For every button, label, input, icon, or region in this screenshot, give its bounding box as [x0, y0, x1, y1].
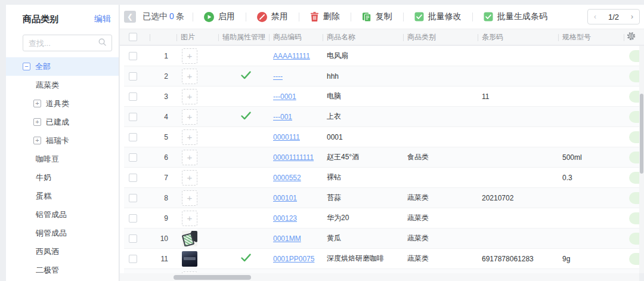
trash-icon: [310, 12, 319, 21]
product-image[interactable]: +: [182, 129, 197, 145]
row-number: 2: [150, 66, 177, 86]
sidebar-tree-item[interactable]: 铜管成品: [6, 224, 119, 242]
product-category: 蔬菜类: [403, 228, 478, 248]
product-barcode: 11: [478, 87, 558, 106]
expander-icon[interactable]: +: [33, 100, 41, 107]
product-code-link[interactable]: 0001MM: [273, 234, 301, 243]
product-barcode: [478, 46, 558, 66]
sidebar-tree-item[interactable]: 蔬菜类: [6, 76, 119, 94]
toolbar: ❮ 已选中0条 启用 禁用 删除 复制 批量修改 批量: [120, 5, 644, 29]
sidebar-tree-item[interactable]: 铝管成品: [6, 205, 119, 224]
sidebar-tree-item[interactable]: 二极管: [6, 261, 119, 279]
row-checkbox[interactable]: [129, 234, 137, 243]
disable-icon: [257, 12, 267, 22]
product-code-link[interactable]: 0000111: [273, 133, 300, 141]
product-image[interactable]: +: [182, 150, 197, 165]
row-checkbox[interactable]: [129, 133, 137, 141]
product-code-link[interactable]: 000101: [273, 194, 297, 202]
batch-edit-button[interactable]: 批量修改: [412, 11, 464, 22]
tree-item-label: 蛋糕: [36, 191, 51, 202]
product-image[interactable]: +: [182, 231, 197, 246]
table-row: 6 + 00001111111 赵王45°酒 食品类 500ml: [124, 147, 644, 168]
horizontal-scrollbar-thumb[interactable]: [174, 275, 251, 280]
toolbar-divider: [351, 13, 351, 21]
row-checkbox[interactable]: [129, 72, 137, 81]
product-category: [403, 46, 478, 66]
product-image[interactable]: +: [182, 89, 197, 104]
sidebar-tree-item[interactable]: 西凤酒: [6, 242, 119, 261]
sidebar-tree-item[interactable]: + 已建成: [6, 113, 119, 131]
row-checkbox[interactable]: [129, 113, 137, 121]
product-name: hhh: [323, 66, 403, 86]
row-checkbox[interactable]: [129, 92, 137, 101]
sidebar-tree-item[interactable]: 咖啡豆: [6, 150, 119, 168]
sidebar-tree-item[interactable]: + 道具类: [6, 94, 119, 113]
product-category: [403, 66, 478, 86]
row-checkbox[interactable]: [129, 52, 137, 60]
row-number: [150, 269, 177, 273]
sidebar-tree-item[interactable]: − 全部: [6, 57, 119, 76]
product-category: [403, 107, 478, 126]
collapse-sidebar-button[interactable]: ❮: [124, 11, 136, 23]
product-code-link[interactable]: 000123: [273, 214, 297, 223]
column-aux-attr: 辅助属性管理: [218, 29, 269, 45]
add-image-icon: +: [187, 91, 193, 101]
product-barcode: 20210702: [478, 188, 558, 208]
table-header: 图片 辅助属性管理 商品编码 商品名称 商品类别 条形码 规格型号 ⋮: [120, 29, 644, 45]
vertical-scrollbar-thumb[interactable]: [640, 94, 643, 174]
enable-button[interactable]: 启用: [202, 11, 237, 22]
product-spec: [558, 269, 624, 273]
delete-button[interactable]: 删除: [308, 11, 342, 22]
tree-item-label: 西凤酒: [36, 246, 59, 257]
product-image[interactable]: +: [182, 251, 197, 267]
product-code-link[interactable]: 0001PP0075: [273, 255, 314, 263]
row-number: 1: [150, 46, 177, 66]
product-code-link[interactable]: ---0001: [273, 92, 296, 101]
expander-icon[interactable]: +: [33, 118, 41, 126]
product-code-link[interactable]: 00001111111: [273, 153, 314, 162]
toolbar-divider: [403, 13, 404, 21]
category-search-input[interactable]: [23, 39, 98, 48]
product-image[interactable]: +: [182, 69, 197, 84]
product-barcode: [478, 269, 558, 273]
row-checkbox[interactable]: [129, 194, 137, 202]
product-image[interactable]: +: [182, 48, 197, 64]
product-image[interactable]: +: [182, 190, 197, 206]
horizontal-scrollbar-track[interactable]: [120, 273, 639, 281]
table-row: 5 + 0000111 0001: [124, 127, 644, 147]
row-number: 9: [150, 208, 177, 228]
product-barcode: [478, 66, 558, 86]
tree-item-label: 道具类: [46, 98, 69, 109]
product-code-link[interactable]: ---001: [273, 113, 292, 121]
vertical-scrollbar-track[interactable]: [639, 46, 644, 273]
copy-button[interactable]: 复制: [360, 11, 395, 22]
category-search-box[interactable]: [23, 35, 112, 51]
row-checkbox[interactable]: [129, 255, 137, 263]
expander-icon[interactable]: +: [33, 137, 41, 144]
sidebar-tree-item[interactable]: 牛奶: [6, 168, 119, 187]
select-all-checkbox[interactable]: [129, 33, 137, 41]
edit-categories-link[interactable]: 编辑: [94, 14, 111, 24]
product-image[interactable]: +: [182, 109, 197, 125]
product-spec: [558, 87, 624, 106]
row-checkbox[interactable]: [129, 174, 137, 182]
next-page-button[interactable]: ›: [631, 13, 633, 21]
sidebar-tree-item[interactable]: 蛋糕: [6, 187, 119, 205]
sidebar-tree-item[interactable]: + 福瑞卡: [6, 131, 119, 150]
product-code-link[interactable]: AAAA11111: [273, 52, 310, 60]
expander-icon[interactable]: −: [23, 63, 30, 70]
product-image[interactable]: +: [182, 170, 197, 186]
batch-generate-barcode-button[interactable]: 批量生成条码: [481, 11, 550, 22]
prev-page-button[interactable]: ‹: [594, 13, 596, 21]
disable-button[interactable]: 禁用: [255, 11, 290, 22]
row-checkbox[interactable]: [129, 214, 137, 223]
product-code-link[interactable]: ----: [273, 72, 283, 81]
tree-item-label: 铝管成品: [36, 209, 67, 220]
column-settings-gear-icon[interactable]: [627, 32, 636, 42]
column-row-number: [150, 29, 177, 45]
product-barcode: [478, 127, 558, 147]
product-image[interactable]: +: [182, 211, 197, 226]
product-code-link[interactable]: 0000552: [273, 174, 301, 182]
product-name: 华为20: [323, 208, 403, 228]
row-checkbox[interactable]: [129, 153, 137, 162]
